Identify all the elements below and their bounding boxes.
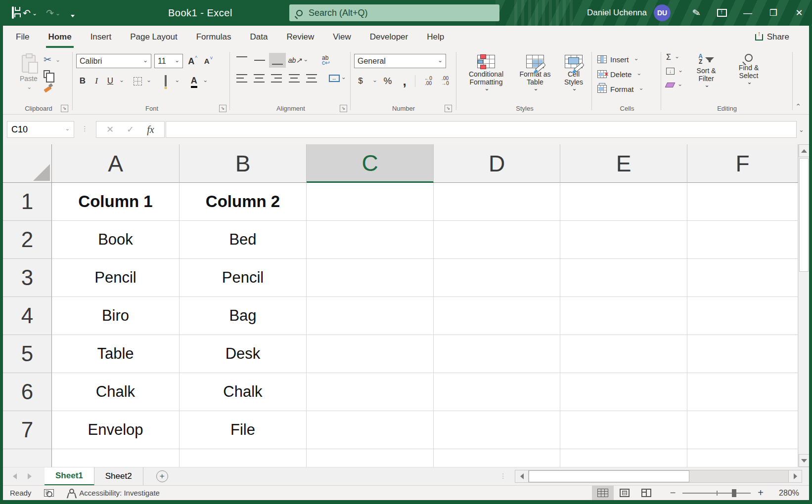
enter-button[interactable]: ✓ <box>127 124 134 135</box>
name-box[interactable]: C10 ⌄ <box>7 121 74 138</box>
undo-button[interactable]: ↶⌄ <box>23 7 37 19</box>
fill-color-chevron[interactable]: ⌄ <box>175 77 180 84</box>
cell-D7[interactable] <box>434 411 560 449</box>
share-button[interactable]: Share <box>750 29 794 45</box>
orientation-button[interactable]: ab↗⌄ <box>287 53 310 68</box>
clipboard-dialog-launcher[interactable]: ⇘ <box>61 105 68 112</box>
format-as-table-button[interactable]: Format as Table ⌄ <box>514 52 556 93</box>
fill-button[interactable]: ↓⌄ <box>665 65 684 78</box>
cell-B8[interactable] <box>180 449 307 467</box>
cell-E3[interactable] <box>560 259 687 297</box>
cell-F2[interactable] <box>687 221 798 259</box>
vertical-scrollbar[interactable] <box>798 144 809 467</box>
cell-B7[interactable]: File <box>180 411 307 449</box>
align-top-button[interactable] <box>233 53 250 68</box>
font-dialog-launcher[interactable]: ⇘ <box>219 105 226 112</box>
autosum-button[interactable]: Σ⌄ <box>665 51 684 64</box>
tab-page-layout[interactable]: Page Layout <box>124 26 183 48</box>
copy-button[interactable] <box>44 70 50 78</box>
cell-C5[interactable] <box>307 335 434 373</box>
cell-C6[interactable] <box>307 373 434 411</box>
tab-home[interactable]: Home <box>42 26 77 48</box>
cell-D4[interactable] <box>434 297 560 335</box>
tab-review[interactable]: Review <box>280 26 320 48</box>
normal-view-button[interactable] <box>592 486 614 500</box>
fill-color-button[interactable] <box>159 74 172 88</box>
tab-formulas[interactable]: Formulas <box>190 26 237 48</box>
decrease-decimal-button[interactable]: .00 →0 <box>439 74 451 88</box>
italic-button[interactable]: I <box>90 74 103 88</box>
cell-D6[interactable] <box>434 373 560 411</box>
increase-indent-button[interactable] <box>303 71 319 85</box>
percent-style-button[interactable]: % <box>381 74 394 88</box>
cell-A4[interactable]: Biro <box>52 297 180 335</box>
search-box[interactable]: Search (Alt+Q) <box>289 4 499 21</box>
increase-font-size-button[interactable]: A^ <box>186 54 199 68</box>
row-header-6[interactable]: 6 <box>3 373 52 411</box>
zoom-in-button[interactable]: + <box>758 487 764 499</box>
wrap-text-button[interactable]: abc↩ <box>317 53 334 68</box>
new-sheet-button[interactable]: + <box>156 470 168 482</box>
font-name-combo[interactable]: Calibri ⌄ <box>76 54 151 68</box>
cell-B5[interactable]: Desk <box>180 335 307 373</box>
formula-bar-resize-handle[interactable]: ⋯ <box>81 126 89 133</box>
cell-A1[interactable]: Column 1 <box>52 183 180 221</box>
maximize-button[interactable]: ❐ <box>761 0 786 26</box>
vertical-scrollbar-thumb[interactable] <box>799 158 809 272</box>
sheet-tab-sheet1[interactable]: Sheet1 <box>45 467 94 486</box>
decrease-indent-button[interactable] <box>286 71 302 85</box>
cell-D1[interactable] <box>434 183 560 221</box>
scroll-left-button[interactable] <box>515 470 529 483</box>
cell-C1[interactable] <box>307 183 434 221</box>
column-header-D[interactable]: D <box>434 144 560 183</box>
tab-developer[interactable]: Developer <box>364 26 414 48</box>
bold-button[interactable]: B <box>76 74 89 88</box>
close-button[interactable]: ✕ <box>786 0 812 26</box>
tab-splitter-handle[interactable]: ⋯ <box>499 473 507 480</box>
scroll-down-button[interactable] <box>799 454 810 467</box>
accounting-format-button[interactable]: $ <box>354 74 367 88</box>
page-layout-view-button[interactable] <box>614 486 635 500</box>
align-center-button[interactable] <box>251 71 267 85</box>
cell-A6[interactable]: Chalk <box>52 373 180 411</box>
row-header-5[interactable]: 5 <box>3 335 52 373</box>
cell-B6[interactable]: Chalk <box>180 373 307 411</box>
cell-C3[interactable] <box>307 259 434 297</box>
cell-A5[interactable]: Table <box>52 335 180 373</box>
cancel-button[interactable]: ✕ <box>106 124 114 135</box>
select-all-button[interactable] <box>3 144 52 183</box>
cell-B3[interactable]: Pencil <box>180 259 307 297</box>
row-header-8[interactable] <box>3 449 52 467</box>
zoom-out-button[interactable]: − <box>670 487 676 499</box>
zoom-slider-handle[interactable] <box>732 489 736 497</box>
expand-formula-bar-button[interactable]: ⌄ <box>799 126 804 133</box>
cell-E5[interactable] <box>560 335 687 373</box>
insert-cells-button[interactable]: Insert ⌄ <box>595 52 659 67</box>
accounting-chevron[interactable]: ⌄ <box>372 77 377 84</box>
borders-chevron[interactable]: ⌄ <box>146 77 151 84</box>
cell-D3[interactable] <box>434 259 560 297</box>
ribbon-display-options-button[interactable] <box>709 0 735 26</box>
row-header-3[interactable]: 3 <box>3 259 52 297</box>
cell-F6[interactable] <box>687 373 798 411</box>
page-break-view-button[interactable] <box>635 486 657 500</box>
whats-new-button[interactable]: ✎ <box>683 0 709 26</box>
zoom-level[interactable]: 280% <box>772 489 799 498</box>
cell-F4[interactable] <box>687 297 798 335</box>
increase-decimal-button[interactable]: ←0 .00 <box>422 74 435 88</box>
align-middle-button[interactable] <box>251 53 268 68</box>
cell-F7[interactable] <box>687 411 798 449</box>
tab-insert[interactable]: Insert <box>85 26 118 48</box>
format-cells-button[interactable]: Format ⌄ <box>595 82 659 96</box>
cell-A8[interactable] <box>52 449 180 467</box>
cell-E6[interactable] <box>560 373 687 411</box>
cell-A2[interactable]: Book <box>52 221 180 259</box>
sheet-tab-sheet2[interactable]: Sheet2 <box>94 467 143 486</box>
scroll-up-button[interactable] <box>799 144 810 157</box>
row-header-2[interactable]: 2 <box>3 221 52 259</box>
align-bottom-button[interactable] <box>269 53 286 68</box>
zoom-slider[interactable] <box>682 493 751 494</box>
delete-cells-button[interactable]: Delete ⌄ <box>595 67 659 82</box>
cell-F3[interactable] <box>687 259 798 297</box>
cell-E2[interactable] <box>560 221 687 259</box>
